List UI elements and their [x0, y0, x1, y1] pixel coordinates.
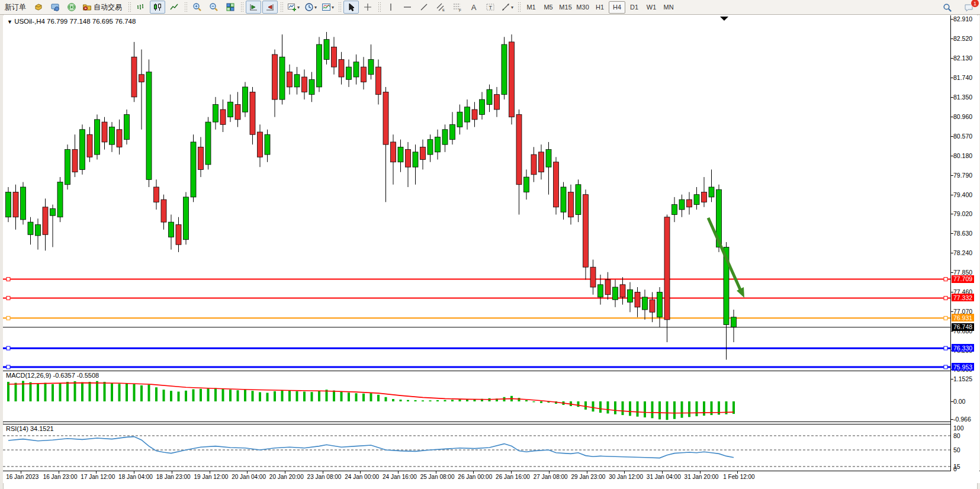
- candle[interactable]: [731, 317, 737, 327]
- candle[interactable]: [524, 177, 529, 192]
- candle[interactable]: [494, 95, 500, 110]
- macd-chart-canvas[interactable]: [3, 371, 950, 422]
- chart-shift-button[interactable]: [262, 1, 278, 14]
- bar-chart-type-button[interactable]: [133, 1, 149, 14]
- candle[interactable]: [6, 192, 11, 217]
- rsi-chart-canvas[interactable]: [3, 424, 950, 471]
- candle[interactable]: [279, 57, 285, 99]
- candle[interactable]: [472, 110, 477, 120]
- candle[interactable]: [146, 72, 152, 180]
- line-handle[interactable]: [944, 296, 947, 300]
- candle[interactable]: [302, 77, 307, 92]
- timeframe-button-H1[interactable]: H1: [592, 1, 608, 14]
- candle[interactable]: [13, 192, 18, 217]
- candle[interactable]: [354, 62, 359, 77]
- timeframe-button-M30[interactable]: M30: [574, 1, 591, 14]
- candlestick-chart-canvas[interactable]: [3, 15, 950, 371]
- candle[interactable]: [642, 297, 648, 310]
- candle[interactable]: [309, 79, 314, 94]
- candle[interactable]: [117, 130, 122, 147]
- candle[interactable]: [131, 57, 137, 97]
- crosshair-tool-button[interactable]: [360, 1, 375, 14]
- candle[interactable]: [383, 92, 388, 144]
- candle[interactable]: [406, 150, 411, 168]
- candle[interactable]: [80, 130, 85, 170]
- candle[interactable]: [184, 197, 189, 240]
- candle[interactable]: [413, 152, 418, 167]
- candle[interactable]: [539, 152, 544, 172]
- line-handle[interactable]: [7, 346, 10, 350]
- terminal-button[interactable]: [47, 1, 63, 14]
- label-tool-button[interactable]: T: [483, 1, 498, 14]
- line-handle[interactable]: [7, 296, 10, 300]
- candle[interactable]: [620, 285, 625, 297]
- rsi-pane[interactable]: [3, 424, 950, 471]
- candle[interactable]: [554, 162, 559, 207]
- line-handle[interactable]: [7, 365, 10, 369]
- broadcast-button[interactable]: [64, 1, 79, 14]
- candle[interactable]: [613, 287, 618, 300]
- timeframe-button-M15[interactable]: M15: [557, 1, 574, 14]
- candle[interactable]: [317, 44, 322, 87]
- candle[interactable]: [664, 217, 670, 320]
- candle[interactable]: [65, 150, 70, 185]
- candle[interactable]: [428, 140, 433, 155]
- candle[interactable]: [43, 207, 48, 234]
- candle[interactable]: [502, 44, 507, 95]
- candle[interactable]: [657, 292, 663, 317]
- candle[interactable]: [450, 124, 455, 139]
- line-handle[interactable]: [944, 316, 947, 320]
- candle[interactable]: [650, 300, 655, 312]
- candle[interactable]: [679, 200, 685, 210]
- candle[interactable]: [176, 224, 181, 244]
- candle[interactable]: [628, 289, 633, 302]
- line-handle[interactable]: [944, 278, 947, 281]
- timeframe-button-H4[interactable]: H4: [609, 1, 625, 14]
- candle[interactable]: [191, 142, 196, 197]
- candle[interactable]: [28, 222, 33, 234]
- candle[interactable]: [583, 195, 589, 268]
- candle[interactable]: [590, 267, 596, 287]
- candle[interactable]: [154, 187, 159, 202]
- candle[interactable]: [287, 72, 293, 87]
- candle[interactable]: [324, 40, 329, 60]
- candle[interactable]: [110, 127, 115, 145]
- candle[interactable]: [605, 279, 611, 294]
- candle[interactable]: [161, 200, 166, 222]
- candle[interactable]: [516, 114, 522, 184]
- candle[interactable]: [346, 67, 352, 79]
- candle[interactable]: [368, 59, 374, 74]
- tile-windows-button[interactable]: [223, 1, 238, 14]
- candle[interactable]: [21, 187, 26, 220]
- time-axis[interactable]: 16 Jan 202316 Jan 23:0017 Jan 12:0018 Ja…: [3, 471, 980, 483]
- candle[interactable]: [250, 92, 255, 134]
- candle[interactable]: [487, 89, 492, 104]
- candle[interactable]: [465, 107, 470, 122]
- timeframe-button-M5[interactable]: M5: [540, 1, 557, 14]
- candle[interactable]: [102, 122, 107, 142]
- search-button[interactable]: [940, 1, 955, 14]
- price-axis[interactable]: 82.91082.52082.13081.74081.35080.96080.5…: [951, 15, 979, 471]
- line-handle[interactable]: [944, 365, 947, 369]
- candle[interactable]: [531, 155, 536, 175]
- candle[interactable]: [687, 200, 692, 207]
- candle[interactable]: [339, 59, 344, 77]
- candle[interactable]: [265, 134, 270, 155]
- macd-pane[interactable]: [3, 371, 950, 422]
- candle[interactable]: [694, 195, 699, 205]
- candle[interactable]: [546, 150, 551, 168]
- candle[interactable]: [361, 67, 367, 82]
- timeframe-button-M1[interactable]: M1: [523, 1, 539, 14]
- line-chart-type-button[interactable]: [166, 1, 182, 14]
- fibonacci-tool-button[interactable]: F: [449, 1, 465, 14]
- line-handle[interactable]: [944, 346, 947, 350]
- candle[interactable]: [36, 224, 41, 236]
- auto-scroll-button[interactable]: [246, 1, 261, 14]
- price-list-button[interactable]: [31, 1, 46, 14]
- candle[interactable]: [205, 122, 211, 165]
- candle[interactable]: [124, 114, 130, 139]
- new-order-button[interactable]: 新订单: [1, 1, 30, 14]
- line-handle[interactable]: [7, 278, 10, 281]
- candle[interactable]: [568, 192, 574, 217]
- shapes-tool-button[interactable]: ▾: [499, 1, 515, 14]
